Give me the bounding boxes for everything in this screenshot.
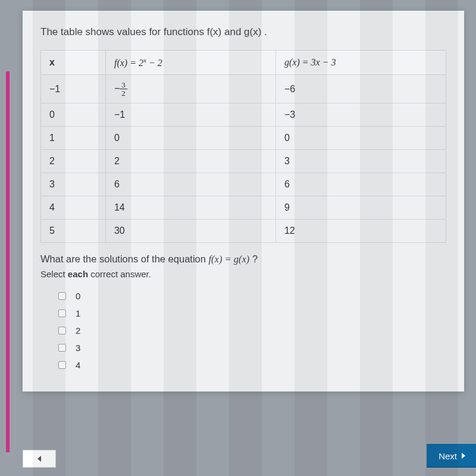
choice-label: 3 <box>76 343 80 353</box>
next-button-label: Next <box>439 451 457 461</box>
prompt-text: The table shows values for functions f(x… <box>40 26 446 38</box>
table-row: −1 −32 −6 <box>41 75 446 104</box>
col-header-g: g(x) = 3x − 3 <box>275 51 446 75</box>
instruction-text: Select each correct answer. <box>40 269 446 279</box>
prompt-text-label: The table shows values for functions f(x… <box>40 26 267 37</box>
answer-choices: 0 1 2 3 4 <box>58 287 446 374</box>
table-row: 0−1−3 <box>41 104 446 127</box>
left-accent-bar <box>6 71 10 452</box>
checkbox-icon[interactable] <box>58 344 66 352</box>
choice-row[interactable]: 1 <box>58 305 446 322</box>
choice-row[interactable]: 2 <box>58 322 446 339</box>
table-row: 53012 <box>41 220 446 243</box>
choice-row[interactable]: 0 <box>58 287 446 305</box>
next-button[interactable]: Next <box>427 444 476 468</box>
checkbox-icon[interactable] <box>58 327 66 334</box>
choice-row[interactable]: 3 <box>58 339 446 356</box>
choice-row[interactable]: 4 <box>58 356 446 374</box>
choice-label: 4 <box>76 360 80 370</box>
question-card: The table shows values for functions f(x… <box>23 11 464 392</box>
checkbox-icon[interactable] <box>58 309 66 317</box>
table-row: 4149 <box>41 196 446 220</box>
caret-left-icon <box>37 456 41 462</box>
caret-right-icon <box>462 453 465 459</box>
choice-label: 0 <box>76 291 80 301</box>
table-row: 366 <box>41 173 446 196</box>
back-button[interactable] <box>23 450 56 468</box>
question-text: What are the solutions of the equation f… <box>40 253 446 265</box>
checkbox-icon[interactable] <box>58 361 66 369</box>
checkbox-icon[interactable] <box>58 292 66 300</box>
choice-label: 2 <box>76 325 80 336</box>
col-header-f: f(x) = 2x − 2 <box>105 51 275 75</box>
table-row: 100 <box>41 127 446 150</box>
values-table: x f(x) = 2x − 2 g(x) = 3x − 3 −1 −32 −6 <box>40 50 446 243</box>
col-header-x: x <box>41 51 106 75</box>
table-row: 223 <box>41 150 446 173</box>
choice-label: 1 <box>76 308 80 318</box>
